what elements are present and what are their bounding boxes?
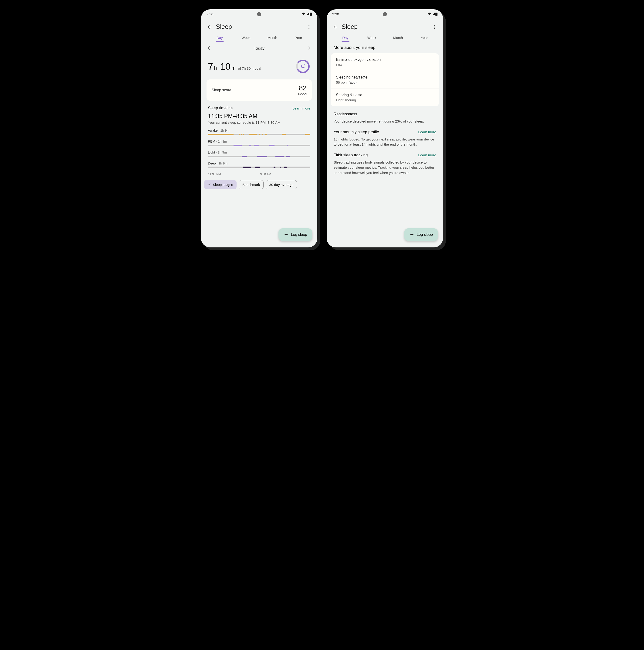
minutes-value: 10	[220, 61, 231, 72]
tab-day[interactable]: Day	[206, 36, 233, 42]
row-hr-title: Sleeping heart rate	[336, 75, 434, 79]
stage-deep-dur: 1h 9m	[218, 161, 227, 165]
svg-point-2	[308, 27, 309, 27]
profile-body: 10 nights logged. To get your next sleep…	[334, 137, 436, 147]
row-snoring[interactable]: Snoring & noise Light snoring	[331, 89, 439, 106]
timeline-axis: 11:35 PM 3:00 AM	[208, 172, 310, 176]
status-time: 9:30	[332, 12, 339, 16]
goal-label: of 7h 30m goal	[238, 66, 261, 70]
log-sleep-fab[interactable]: Log sleep	[278, 228, 312, 241]
score-value: 82	[298, 84, 307, 92]
status-icons	[427, 12, 438, 15]
stage-awake-dur: 1h 9m	[220, 129, 229, 132]
stage-rem: REM · 1h 9m	[208, 140, 310, 146]
sleep-score-card[interactable]: Sleep score 82 Good	[206, 79, 312, 101]
page-title: Sleep	[342, 23, 428, 31]
signal-icon	[306, 12, 309, 15]
profile-learn-more[interactable]: Learn more	[418, 130, 436, 134]
stage-deep: Deep · 1h 9m	[208, 161, 310, 168]
chip-sleep-stages[interactable]: Sleep stages	[204, 180, 236, 189]
stage-awake: Awake · 1h 9m	[208, 129, 310, 135]
svg-point-5	[296, 59, 310, 74]
tab-year[interactable]: Year	[411, 36, 438, 42]
camera-cutout	[257, 12, 261, 16]
stage-rem-dur: 1h 9m	[218, 140, 227, 143]
more-vert-icon[interactable]	[432, 24, 438, 30]
battery-icon	[435, 12, 438, 15]
profile-block: Your monthly sleep profile Learn more 10…	[327, 124, 443, 147]
chip-30day[interactable]: 30 day average	[266, 180, 297, 189]
svg-rect-6	[435, 12, 438, 15]
chip-sleep-stages-label: Sleep stages	[213, 183, 233, 187]
tab-day[interactable]: Day	[332, 36, 358, 42]
svg-point-4	[296, 59, 310, 74]
stage-awake-name: Awake	[208, 129, 218, 132]
row-snoring-title: Snoring & noise	[336, 93, 434, 97]
signal-icon	[432, 12, 435, 15]
stage-light: Light · 1h 9m	[208, 150, 310, 157]
restlessness-body: Your device detected movement during 23%…	[334, 119, 436, 124]
wifi-icon	[302, 12, 305, 15]
next-day-icon[interactable]	[308, 46, 311, 51]
restlessness-block: Restlessness Your device detected moveme…	[327, 106, 443, 124]
svg-rect-0	[310, 12, 312, 15]
row-hr-value: 56 bpm (avg)	[336, 80, 434, 84]
app-bar: Sleep	[327, 19, 443, 33]
more-vert-icon[interactable]	[306, 24, 312, 30]
tab-year[interactable]: Year	[286, 36, 312, 42]
more-about-title: More about your sleep	[327, 42, 443, 53]
date-navigator: Today	[201, 42, 317, 55]
hours-unit: h	[214, 65, 217, 71]
tab-week[interactable]: Week	[233, 36, 259, 42]
progress-ring-icon	[296, 59, 310, 74]
tracking-title: Fitbit sleep tracking	[334, 153, 368, 157]
timeline-title: Sleep timeline	[208, 106, 233, 110]
wifi-icon	[427, 12, 431, 15]
timeline-learn-more[interactable]: Learn more	[293, 106, 310, 110]
more-list: Estimated oxygen variation Low Sleeping …	[331, 53, 439, 106]
axis-start: 11:35 PM	[208, 172, 221, 176]
fab-label: Log sleep	[417, 232, 433, 237]
row-oxygen[interactable]: Estimated oxygen variation Low	[331, 53, 439, 71]
back-icon[interactable]	[206, 24, 212, 30]
chip-benchmark[interactable]: Benchmark	[239, 180, 264, 189]
battery-icon	[310, 12, 312, 15]
camera-cutout	[383, 12, 387, 16]
tab-month[interactable]: Month	[385, 36, 411, 42]
svg-point-7	[434, 25, 435, 26]
tracking-learn-more[interactable]: Learn more	[418, 153, 436, 157]
score-desc: Good	[298, 92, 307, 96]
minutes-unit: m	[231, 65, 236, 71]
hours-value: 7	[208, 61, 213, 72]
phone-screen-1: 9:30 Sleep Day Week Month Year Today	[201, 9, 317, 247]
svg-point-1	[308, 25, 309, 26]
app-bar: Sleep	[201, 19, 317, 33]
stage-rem-track	[208, 145, 310, 146]
stage-rem-name: REM	[208, 140, 215, 143]
stage-light-track	[208, 156, 310, 157]
page-title: Sleep	[216, 23, 302, 31]
tracking-block: Fitbit sleep tracking Learn more Sleep t…	[327, 147, 443, 176]
stage-awake-track	[208, 134, 310, 135]
stage-light-name: Light	[208, 150, 215, 154]
svg-point-9	[434, 28, 435, 29]
chart-mode-chips: Sleep stages Benchmark 30 day average	[201, 176, 317, 189]
tab-month[interactable]: Month	[259, 36, 286, 42]
time-range-tabs: Day Week Month Year	[201, 33, 317, 42]
svg-point-3	[308, 28, 309, 29]
row-oxygen-value: Low	[336, 63, 434, 67]
restlessness-title: Restlessness	[334, 112, 357, 116]
log-sleep-fab[interactable]: Log sleep	[404, 228, 438, 241]
row-heart-rate[interactable]: Sleeping heart rate 56 bpm (avg)	[331, 71, 439, 89]
prev-day-icon[interactable]	[207, 46, 210, 51]
status-time: 9:30	[206, 12, 213, 16]
row-snoring-value: Light snoring	[336, 98, 434, 102]
tab-week[interactable]: Week	[358, 36, 385, 42]
profile-title: Your monthly sleep profile	[334, 130, 379, 135]
back-icon[interactable]	[332, 24, 338, 30]
phone-screen-2: 9:30 Sleep Day Week Month Year More abou…	[327, 9, 443, 247]
stage-light-dur: 1h 9m	[218, 150, 227, 154]
stage-deep-track	[208, 167, 310, 168]
timeline-range: 11:35 PM–8:35 AM	[208, 113, 310, 119]
row-oxygen-title: Estimated oxygen variation	[336, 58, 434, 62]
